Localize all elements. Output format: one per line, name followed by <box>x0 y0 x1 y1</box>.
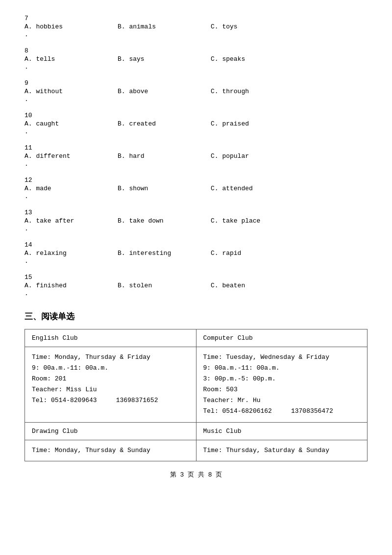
q8-option-b: B. says <box>118 55 211 63</box>
q8-option-c: C. speaks <box>211 55 289 63</box>
q7-option-c: C. toys <box>211 23 289 30</box>
drawing-club-detail-text: Time: Monday, Thursday & Sunday <box>32 445 189 456</box>
drawing-club-name: Drawing Club <box>25 422 196 440</box>
table-row-1: English Club Computer Club <box>25 329 368 347</box>
q14-number: 14 <box>24 241 368 249</box>
computer-club-detail: Time: Tuesday, Wednesday & Friday 9: 00a… <box>196 347 368 423</box>
q14-dot: . <box>24 257 368 265</box>
q7-dot: . <box>24 31 368 38</box>
q13-option-b: B. take down <box>118 217 211 225</box>
music-club-detail: Time: Thursday, Saturday & Sunday <box>196 440 368 461</box>
question-14: 14 A. relaxing B. interesting C. rapid . <box>24 241 368 265</box>
q15-option-a: A. finished <box>24 282 118 289</box>
q7-number: 7 <box>24 15 368 22</box>
q10-option-c: C. praised <box>211 120 289 127</box>
q15-number: 15 <box>24 274 368 281</box>
question-10: 10 A. caught B. created C. praised . <box>24 112 368 135</box>
english-club-detail-text: Time: Monday, Thursday & Friday 9: 00a.m… <box>32 352 189 406</box>
question-13: 13 A. take after B. take down C. take pl… <box>24 209 368 232</box>
q14-option-b: B. interesting <box>118 250 211 257</box>
q14-option-c: C. rapid <box>211 250 289 257</box>
question-9: 9 A. without B. above C. through . <box>24 79 368 103</box>
q9-dot: . <box>24 96 368 103</box>
computer-club-name: Computer Club <box>196 329 368 347</box>
drawing-club-detail: Time: Monday, Thursday & Sunday <box>25 440 196 461</box>
table-row-2: Time: Monday, Thursday & Friday 9: 00a.m… <box>25 347 368 423</box>
table-row-3: Drawing Club Music Club <box>25 422 368 440</box>
q12-number: 12 <box>24 177 368 184</box>
q9-option-b: B. above <box>118 88 211 95</box>
q9-number: 9 <box>24 79 368 87</box>
q11-dot: . <box>24 160 368 168</box>
q15-option-b: B. stolen <box>118 282 211 289</box>
q9-option-c: C. through <box>211 88 289 95</box>
question-11: 11 A. different B. hard C. popular . <box>24 144 368 168</box>
q13-number: 13 <box>24 209 368 216</box>
q14-option-a: A. relaxing <box>24 250 118 257</box>
q10-dot: . <box>24 128 368 135</box>
q12-option-b: B. shown <box>118 185 211 192</box>
q11-option-c: C. popular <box>211 152 289 160</box>
q11-option-b: B. hard <box>118 152 211 160</box>
q13-dot: . <box>24 225 368 232</box>
table-row-4: Time: Monday, Thursday & Sunday Time: Th… <box>25 440 368 461</box>
section-title: 三、阅读单选 <box>24 311 368 322</box>
q15-option-c: C. beaten <box>211 282 289 289</box>
q7-option-a: A. hobbies <box>24 23 118 30</box>
q11-number: 11 <box>24 144 368 151</box>
question-8: 8 A. tells B. says C. speaks . <box>24 47 368 71</box>
q11-option-a: A. different <box>24 152 118 160</box>
q10-option-b: B. created <box>118 120 211 127</box>
club-table: English Club Computer Club Time: Monday,… <box>24 329 368 461</box>
q13-option-a: A. take after <box>24 217 118 225</box>
music-club-detail-text: Time: Thursday, Saturday & Sunday <box>203 445 361 456</box>
english-club-detail: Time: Monday, Thursday & Friday 9: 00a.m… <box>25 347 196 423</box>
q7-option-b: B. animals <box>118 23 211 30</box>
q10-number: 10 <box>24 112 368 119</box>
q13-option-c: C. take place <box>211 217 289 225</box>
q8-option-a: A. tells <box>24 55 118 63</box>
music-club-name: Music Club <box>196 422 368 440</box>
english-club-name: English Club <box>25 329 196 347</box>
q10-option-a: A. caught <box>24 120 118 127</box>
question-7: 7 A. hobbies B. animals C. toys . <box>24 15 368 38</box>
q8-dot: . <box>24 63 368 71</box>
computer-club-detail-text: Time: Tuesday, Wednesday & Friday 9: 00a… <box>203 352 361 417</box>
q12-option-c: C. attended <box>211 185 289 192</box>
q9-option-a: A. without <box>24 88 118 95</box>
question-15: 15 A. finished B. stolen C. beaten . <box>24 274 368 297</box>
q8-number: 8 <box>24 47 368 54</box>
q12-option-a: A. made <box>24 185 118 192</box>
q15-dot: . <box>24 290 368 297</box>
page-footer: 第 3 页 共 8 页 <box>24 470 368 479</box>
q12-dot: . <box>24 193 368 200</box>
questions-section: 7 A. hobbies B. animals C. toys . 8 A. t… <box>24 15 368 297</box>
question-12: 12 A. made B. shown C. attended . <box>24 177 368 200</box>
